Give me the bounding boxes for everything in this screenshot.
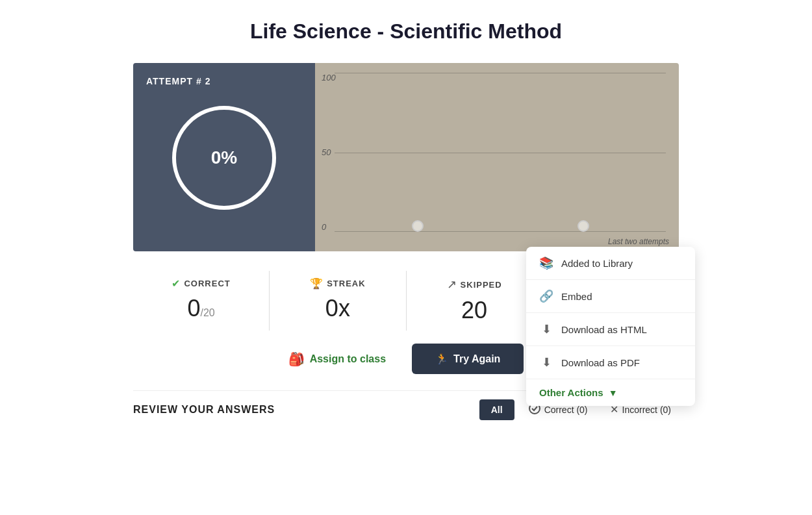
stat-skipped: ↗ SKIPPED 20 xyxy=(407,271,543,331)
graph-dots xyxy=(335,220,666,232)
other-actions-label: Other Actions xyxy=(539,387,603,398)
y-label-0: 0 xyxy=(322,222,336,232)
y-label-100: 100 xyxy=(322,73,336,82)
correct-icon: ✔ xyxy=(171,277,180,290)
last-attempts-label: Last two attempts xyxy=(608,237,669,246)
graph-dot-2 xyxy=(577,220,589,232)
dropdown-item-download-pdf[interactable]: ⬇ Download as PDF xyxy=(526,346,695,379)
try-again-button[interactable]: 🏃 Try Again xyxy=(412,344,524,374)
stat-skipped-header: ↗ SKIPPED xyxy=(447,277,502,292)
skipped-label: SKIPPED xyxy=(461,280,502,290)
stat-correct-header: ✔ CORRECT xyxy=(171,277,230,290)
assign-icon: 🎒 xyxy=(288,351,305,367)
graph-y-labels: 100 50 0 xyxy=(322,73,336,232)
correct-value: 0/20 xyxy=(187,295,214,322)
graph-lines xyxy=(335,73,666,232)
filter-all-button[interactable]: All xyxy=(479,399,514,420)
attempt-percentage: 0% xyxy=(211,147,237,168)
other-actions-chevron-icon: ▼ xyxy=(609,388,618,398)
y-label-50: 50 xyxy=(322,147,336,157)
embed-icon: 🔗 xyxy=(539,289,553,303)
streak-label: STREAK xyxy=(327,279,365,288)
try-again-label: Try Again xyxy=(453,353,500,365)
review-title: REVIEW YOUR ANSWERS xyxy=(133,404,275,416)
dropdown-item-library[interactable]: 📚 Added to Library xyxy=(526,247,695,280)
dropdown-item-embed[interactable]: 🔗 Embed xyxy=(526,280,695,313)
chart-container: ATTEMPT # 2 0% 100 50 0 xyxy=(133,63,679,251)
stat-streak-header: 🏆 STREAK xyxy=(310,277,365,290)
correct-label: CORRECT xyxy=(184,279,230,288)
page-wrapper: Life Science - Scientific Method ATTEMPT… xyxy=(0,0,812,434)
skipped-icon: ↗ xyxy=(447,277,457,292)
graph-dot-1 xyxy=(412,220,424,232)
page-title: Life Science - Scientific Method xyxy=(13,19,799,44)
other-actions-row[interactable]: Other Actions ▼ xyxy=(526,379,695,406)
download-pdf-label: Download as PDF xyxy=(561,357,640,368)
assign-action: 🎒 Assign to class xyxy=(288,344,386,374)
dropdown-menu: 📚 Added to Library 🔗 Embed ⬇ Download as… xyxy=(526,247,695,406)
attempt-label: ATTEMPT # 2 xyxy=(146,76,210,86)
download-pdf-icon: ⬇ xyxy=(539,355,553,370)
streak-icon: 🏆 xyxy=(310,277,323,290)
dropdown-item-download-html[interactable]: ⬇ Download as HTML xyxy=(526,313,695,346)
download-html-icon: ⬇ xyxy=(539,322,553,336)
embed-label: Embed xyxy=(561,291,592,302)
stat-correct: ✔ CORRECT 0/20 xyxy=(133,271,270,331)
stat-streak: 🏆 STREAK 0x xyxy=(270,271,406,331)
correct-sub: /20 xyxy=(201,307,215,318)
download-html-label: Download as HTML xyxy=(561,324,647,335)
assign-to-class-button[interactable]: Assign to class xyxy=(310,353,386,365)
library-label: Added to Library xyxy=(561,258,633,269)
streak-value: 0x xyxy=(325,295,350,322)
graph-line-top xyxy=(335,73,666,73)
correct-number: 0 xyxy=(187,295,200,321)
try-again-icon: 🏃 xyxy=(435,353,448,365)
graph-line-mid xyxy=(335,153,666,153)
library-icon: 📚 xyxy=(539,256,553,270)
skipped-value: 20 xyxy=(461,297,487,324)
attempt-panel: ATTEMPT # 2 0% xyxy=(133,63,315,251)
graph-panel: 100 50 0 Last two attempts xyxy=(315,63,679,251)
circle-gauge: 0% xyxy=(172,106,276,210)
